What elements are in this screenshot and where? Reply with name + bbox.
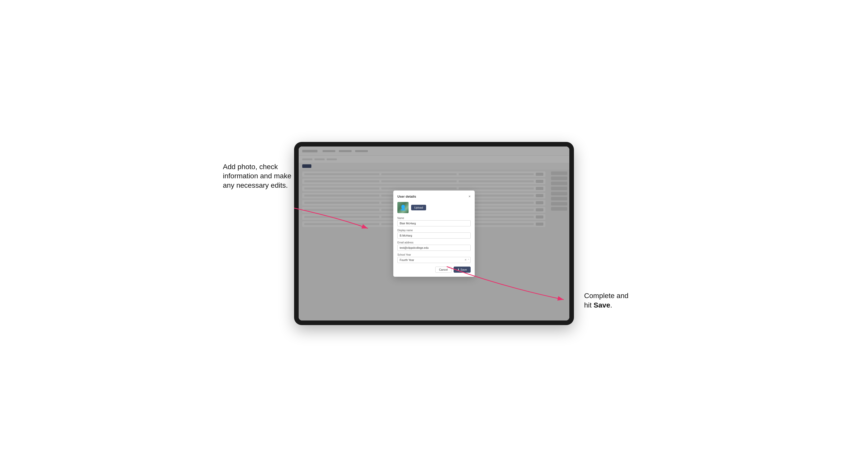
cancel-button[interactable]: Cancel (435, 267, 452, 273)
school-year-select-wrapper: ✕ ⌃ (397, 257, 471, 263)
tablet-screen: User details × Upload Name (299, 147, 569, 320)
avatar-image (397, 202, 409, 213)
name-field: Name (397, 217, 471, 226)
modal-close-button[interactable]: × (469, 195, 471, 198)
modal-footer: Cancel ⬆ Save (397, 267, 471, 273)
avatar (397, 202, 409, 213)
annotation-right: Complete and hit Save. (584, 291, 655, 310)
save-icon: ⬆ (457, 268, 459, 271)
scene: Add photo, check information and make an… (294, 142, 574, 325)
clear-button[interactable]: ✕ (464, 258, 467, 261)
app-background: User details × Upload Name (299, 147, 569, 320)
upload-button[interactable]: Upload (411, 205, 426, 210)
save-button[interactable]: ⬆ Save (454, 267, 471, 273)
annotation-right-line1: Complete and (584, 292, 628, 300)
user-details-modal: User details × Upload Name (393, 190, 475, 277)
modal-title-row: User details × (397, 195, 471, 198)
email-label: Email address (397, 241, 471, 244)
annotation-right-end: . (610, 301, 612, 309)
chevron-down-icon: ⌃ (468, 259, 470, 261)
display-name-input[interactable] (397, 232, 471, 239)
modal-title: User details (397, 195, 416, 198)
display-name-field: Display name (397, 229, 471, 239)
select-controls: ✕ ⌃ (464, 258, 470, 261)
email-input[interactable] (397, 245, 471, 251)
annotation-left: Add photo, check information and make an… (223, 162, 291, 190)
school-year-input[interactable] (397, 257, 471, 263)
school-year-label: School Year (397, 253, 471, 256)
annotation-left-text: Add photo, check information and make an… (223, 163, 291, 189)
modal-overlay: User details × Upload Name (299, 147, 569, 320)
annotation-right-bold: Save (593, 301, 610, 309)
name-label: Name (397, 217, 471, 219)
school-year-field: School Year ✕ ⌃ (397, 253, 471, 263)
display-name-label: Display name (397, 229, 471, 232)
modal-photo-row: Upload (397, 202, 471, 213)
annotation-right-line2: hit (584, 301, 593, 309)
save-label: Save (461, 268, 467, 271)
email-field: Email address (397, 241, 471, 251)
tablet-frame: User details × Upload Name (294, 142, 574, 325)
name-input[interactable] (397, 220, 471, 226)
